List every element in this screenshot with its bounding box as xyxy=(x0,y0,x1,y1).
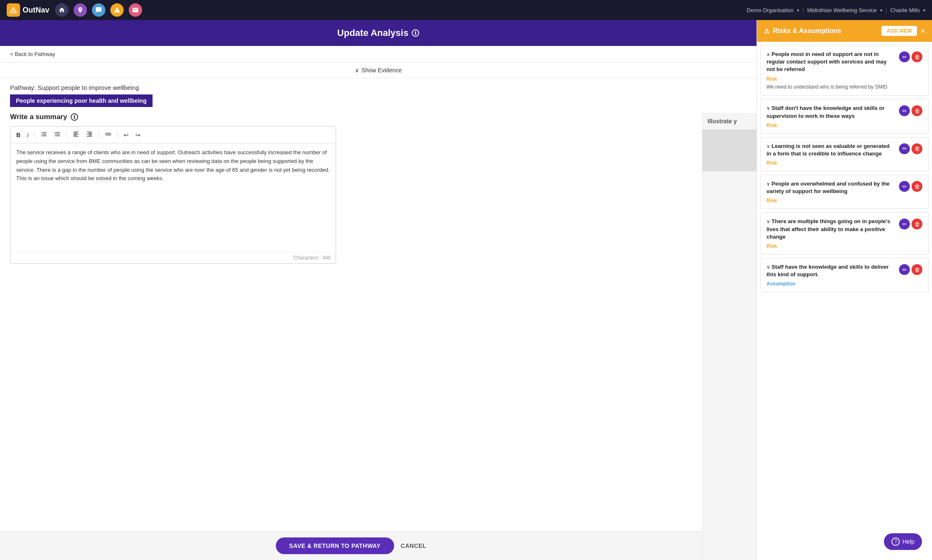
logo-icon xyxy=(7,3,20,17)
illustrate-column: Illustrate y xyxy=(702,113,756,560)
risk-card-title-4: ∨People are overwhelmed and confused by … xyxy=(766,180,896,195)
editor-section: Write a summary ℹ B i xyxy=(0,113,702,531)
edit-risk-5-button[interactable]: ✏ xyxy=(899,219,910,229)
left-column: Write a summary ℹ B i xyxy=(0,113,702,560)
redo-button[interactable]: ↪ xyxy=(134,131,142,139)
delete-risk-5-button[interactable]: 🗑 xyxy=(912,219,922,229)
pathway-badge: People experiencing poor health and well… xyxy=(10,94,153,107)
bold-button[interactable]: B xyxy=(15,131,22,139)
back-to-pathway-link[interactable]: < Back to Pathway xyxy=(0,46,756,63)
risk-card-4: ∨People are overwhelmed and confused by … xyxy=(760,175,929,209)
save-return-button[interactable]: SAVE & RETURN TO PATHWAY xyxy=(276,537,394,554)
risk-card-3: ∨Learning is not seen as valuable or gen… xyxy=(760,137,929,171)
risk-type-badge-1: Risk xyxy=(766,76,922,82)
edit-risk-3-button[interactable]: ✏ xyxy=(899,143,910,154)
home-nav-icon[interactable] xyxy=(55,3,69,17)
risks-panel: ⚠ Risks & Assumptions ADD NEW × ∧People … xyxy=(756,20,932,560)
chat-nav-icon[interactable] xyxy=(92,3,105,17)
page-header: Update Analysis ℹ xyxy=(0,20,756,46)
risk-card-2: ∨Staff don't have the knowledge and skil… xyxy=(760,99,929,133)
risk-card-title-2: ∨Staff don't have the knowledge and skil… xyxy=(766,104,896,120)
editor-toolbar: B i xyxy=(10,127,336,143)
risk-card-header-5: ∨There are multiple things going on in p… xyxy=(766,218,922,241)
illustrate-header: Illustrate y xyxy=(703,113,756,130)
edit-risk-6-button[interactable]: ✏ xyxy=(899,264,910,275)
add-new-button[interactable]: ADD NEW xyxy=(881,26,917,36)
main-wrapper: Update Analysis ℹ < Back to Pathway ∨ Sh… xyxy=(0,20,932,560)
risks-panel-title: Risks & Assumptions xyxy=(773,27,841,35)
align-right-button[interactable] xyxy=(84,130,94,140)
page-title-text: Update Analysis xyxy=(337,28,408,38)
pathway-label: Pathway: Support people to improve wellb… xyxy=(10,84,746,91)
org-selector[interactable]: Demo Organisation xyxy=(747,7,794,13)
toolbar-separator-2 xyxy=(66,131,67,139)
editor-content[interactable]: The service receives a range of clients … xyxy=(10,143,336,252)
cancel-button[interactable]: CANCEL xyxy=(401,542,426,549)
undo-button[interactable]: ↩ xyxy=(122,131,130,139)
org-dropdown-arrow: ▾ xyxy=(797,8,799,13)
close-risks-panel-button[interactable]: × xyxy=(920,27,925,35)
toolbar-separator-1 xyxy=(34,131,35,139)
risk-card-actions-1: ✏🗑 xyxy=(899,51,922,62)
edit-risk-2-button[interactable]: ✏ xyxy=(899,105,910,116)
edit-risk-4-button[interactable]: ✏ xyxy=(899,181,910,192)
nav-right: Demo Organisation ▾ | Midlothian Wellbei… xyxy=(747,7,925,13)
logo[interactable]: OutNav xyxy=(7,3,49,17)
toolbar-separator-3 xyxy=(99,131,99,139)
risks-panel-header: ⚠ Risks & Assumptions ADD NEW × xyxy=(757,20,932,42)
delete-risk-4-button[interactable]: 🗑 xyxy=(912,181,922,192)
risk-card-header-1: ∧People most in need of support are not … xyxy=(766,51,922,74)
align-left-button[interactable] xyxy=(71,130,81,140)
risk-card-title-1: ∧People most in need of support are not … xyxy=(766,51,896,74)
help-button[interactable]: ? Help xyxy=(884,533,922,550)
risk-card-actions-4: ✏🗑 xyxy=(899,181,922,192)
show-evidence-label: Show Evidence xyxy=(362,67,402,74)
write-summary-title: Write a summary ℹ xyxy=(10,113,692,121)
summary-info-icon[interactable]: ℹ xyxy=(71,113,78,121)
editor-footer: Characters : 440 xyxy=(10,252,336,263)
editor-text: The service receives a range of clients … xyxy=(16,149,330,181)
risks-warning-icon: ⚠ xyxy=(764,27,769,35)
top-navigation: OutNav xyxy=(0,0,932,20)
delete-risk-2-button[interactable]: 🗑 xyxy=(912,105,922,116)
link-button[interactable] xyxy=(103,130,113,140)
risk-card-actions-2: ✏🗑 xyxy=(899,105,922,116)
service-dropdown-arrow: ▾ xyxy=(880,8,882,13)
service-selector[interactable]: Midlothian Wellbeing Service xyxy=(807,7,877,13)
delete-risk-3-button[interactable]: 🗑 xyxy=(912,143,922,154)
delete-risk-6-button[interactable]: 🗑 xyxy=(912,264,922,275)
content-area: Update Analysis ℹ < Back to Pathway ∨ Sh… xyxy=(0,20,756,560)
risk-description-1: We need to understand who is being refer… xyxy=(766,84,922,91)
risk-card-6: ∨Staff have the knowledge and skills to … xyxy=(760,258,929,292)
delete-risk-1-button[interactable]: 🗑 xyxy=(912,51,922,62)
show-evidence-row: ∨ Show Evidence xyxy=(0,63,756,78)
unordered-list-button[interactable] xyxy=(52,130,62,140)
pathway-info: Pathway: Support people to improve wellb… xyxy=(0,78,756,113)
title-info-icon[interactable]: ℹ xyxy=(412,29,419,37)
risk-card-header-3: ∨Learning is not seen as valuable or gen… xyxy=(766,143,922,158)
risk-card-title-6: ∨Staff have the knowledge and skills to … xyxy=(766,263,896,278)
italic-button[interactable]: i xyxy=(25,131,30,139)
illustrate-image-placeholder xyxy=(703,130,756,171)
risk-card-1: ∧People most in need of support are not … xyxy=(760,45,929,96)
help-label: Help xyxy=(902,538,914,545)
mail-nav-icon[interactable] xyxy=(129,3,142,17)
alert-nav-icon[interactable] xyxy=(110,3,124,17)
user-menu[interactable]: Charlie Mills xyxy=(890,7,920,13)
risk-card-title-5: ∨There are multiple things going on in p… xyxy=(766,218,896,241)
risk-card-header-6: ∨Staff have the knowledge and skills to … xyxy=(766,263,922,278)
map-nav-icon[interactable] xyxy=(74,3,87,17)
ordered-list-button[interactable] xyxy=(39,130,49,140)
risk-type-badge-4: Risk xyxy=(766,198,922,204)
page-title-container: Update Analysis ℹ xyxy=(10,28,746,38)
risk-type-badge-5: Risk xyxy=(766,243,922,249)
risk-card-actions-6: ✏🗑 xyxy=(899,264,922,275)
write-summary-text: Write a summary xyxy=(10,113,67,121)
risk-card-5: ∨There are multiple things going on in p… xyxy=(760,212,929,255)
risk-type-badge-6: Assumption xyxy=(766,281,922,287)
show-evidence-chevron: ∨ xyxy=(355,67,359,74)
risks-header-actions: ADD NEW × xyxy=(881,26,925,36)
show-evidence-button[interactable]: ∨ Show Evidence xyxy=(355,67,402,74)
edit-risk-1-button[interactable]: ✏ xyxy=(899,51,910,62)
risk-card-actions-3: ✏🗑 xyxy=(899,143,922,154)
